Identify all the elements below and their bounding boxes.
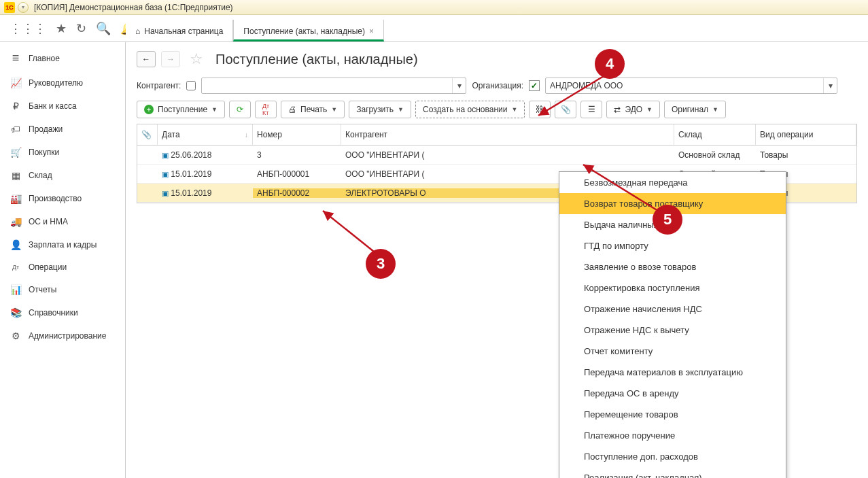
table-row[interactable]: ▣ 25.06.2018 3 ООО "ИНВЕНТАРИ ( Основной… <box>137 146 856 165</box>
debit-credit-icon: Дт <box>10 264 22 271</box>
cart-icon: 🛒 <box>10 147 22 158</box>
menu-item[interactable]: Передача ОС в аренду <box>559 383 786 404</box>
favorite-toggle[interactable]: ☆ <box>190 50 203 68</box>
tab-home-label: Начальная страница <box>144 27 223 36</box>
column-attachment[interactable]: 📎 <box>137 124 158 145</box>
sidebar-item-label: Администрирование <box>29 331 106 341</box>
list-button[interactable]: ☰ <box>580 101 602 118</box>
menu-item[interactable]: Перемещение товаров <box>559 404 786 425</box>
organization-label: Организация: <box>472 81 523 90</box>
favorite-icon[interactable]: ★ <box>56 21 67 36</box>
dtkt-icon: ДтКт <box>262 103 269 116</box>
organization-filter-checkbox[interactable]: ✓ <box>529 80 540 91</box>
sidebar-item-operations[interactable]: ДтОперации <box>0 256 125 278</box>
load-button[interactable]: Загрузить▼ <box>349 101 411 118</box>
document-icon: ▣ <box>162 170 169 178</box>
link-button[interactable]: ⛓ <box>529 101 551 118</box>
history-icon[interactable]: ↻ <box>76 21 86 36</box>
sidebar-item-hr[interactable]: 👤Зарплата и кадры <box>0 233 125 256</box>
tag-icon: 🏷 <box>10 124 22 135</box>
tab-home[interactable]: ⌂ Начальная страница <box>126 20 233 41</box>
grid-icon: ▦ <box>10 170 22 181</box>
refresh-icon: ⟳ <box>237 105 243 114</box>
sidebar-item-label: Продажи <box>29 124 63 134</box>
original-button[interactable]: Оригинал▼ <box>664 101 726 118</box>
tab-close-icon[interactable]: × <box>369 27 374 36</box>
receipt-label: Поступление <box>158 105 207 114</box>
menu-item[interactable]: Реализация (акт, накладная) <box>559 467 786 478</box>
search-icon[interactable]: 🔍 <box>96 21 111 36</box>
attach-button[interactable]: 📎 <box>555 101 576 118</box>
counterparty-combo[interactable]: ▾ <box>201 78 466 94</box>
edo-icon: ⇄ <box>614 105 621 114</box>
sidebar-item-label: Производство <box>29 194 82 203</box>
annotation-3: 3 <box>366 249 396 279</box>
menu-item[interactable]: Платежное поручение <box>559 425 786 446</box>
sidebar-item-reports[interactable]: 📊Отчеты <box>0 278 125 301</box>
annotation-4: 4 <box>595 49 625 79</box>
edo-label: ЭДО <box>625 105 642 114</box>
menu-item[interactable]: Безвозмездная передача <box>559 172 786 193</box>
menu-item[interactable]: Отражение начисления НДС <box>559 298 786 320</box>
create-based-label: Создать на основании <box>423 105 508 114</box>
list-icon: ☰ <box>588 105 595 114</box>
print-label: Печать <box>300 105 327 114</box>
nav-forward-button[interactable]: → <box>161 51 180 67</box>
sidebar-item-bank[interactable]: ₽Банк и касса <box>0 95 125 118</box>
sidebar-item-label: Справочники <box>29 308 78 318</box>
sidebar-item-label: Отчеты <box>29 285 56 294</box>
menu-icon: ≡ <box>10 51 22 65</box>
column-operation[interactable]: Вид операции <box>756 124 856 145</box>
title-bar: 1C ▾ [КОПИЯ] Демонстрационная база (1С:П… <box>0 0 868 15</box>
tab-receipts[interactable]: Поступление (акты, накладные) × <box>233 20 384 41</box>
page-title: Поступление (акты, накладные) <box>215 52 418 67</box>
menu-item[interactable]: Отражение НДС к вычету <box>559 320 786 341</box>
document-icon: ▣ <box>162 151 169 159</box>
chevron-down-icon[interactable]: ▾ <box>823 78 837 93</box>
organization-value: АНДРОМЕДА ООО <box>546 81 823 90</box>
sidebar-item-admin[interactable]: ⚙Администрирование <box>0 324 125 347</box>
annotation-5: 5 <box>653 205 682 235</box>
person-icon: 👤 <box>10 239 22 250</box>
column-warehouse[interactable]: Склад <box>674 124 756 145</box>
column-date[interactable]: Дата↓ <box>158 124 253 145</box>
sidebar-item-production[interactable]: 🏭Производство <box>0 187 125 210</box>
menu-item[interactable]: ГТД по импорту <box>559 235 786 256</box>
create-based-on-button[interactable]: Создать на основании▼ <box>415 101 525 118</box>
menu-item[interactable]: Поступление доп. расходов <box>559 446 786 467</box>
sidebar-item-manager[interactable]: 📈Руководителю <box>0 71 125 95</box>
menu-item[interactable]: Корректировка поступления <box>559 277 786 298</box>
link-icon: ⛓ <box>536 105 544 114</box>
sidebar-item-main[interactable]: ≡Главное <box>0 45 125 71</box>
printer-icon: 🖨 <box>288 105 296 114</box>
sidebar-item-purchases[interactable]: 🛒Покупки <box>0 141 125 164</box>
nav-back-button[interactable]: ← <box>137 51 156 67</box>
sidebar-item-warehouse[interactable]: ▦Склад <box>0 164 125 187</box>
menu-item[interactable]: Отчет комитенту <box>559 341 786 362</box>
apps-icon[interactable]: ⋮⋮⋮ <box>10 21 46 36</box>
gear-icon: ⚙ <box>10 330 22 341</box>
dtkt-button[interactable]: ДтКт <box>255 101 277 118</box>
home-icon: ⌂ <box>135 27 140 36</box>
counterparty-filter-checkbox[interactable] <box>186 81 196 90</box>
app-menu-dropdown[interactable]: ▾ <box>18 2 29 13</box>
organization-combo[interactable]: АНДРОМЕДА ООО▾ <box>545 78 837 94</box>
plus-icon: + <box>144 105 154 114</box>
print-button[interactable]: 🖨Печать▼ <box>281 101 345 118</box>
menu-item[interactable]: Заявление о ввозе товаров <box>559 256 786 277</box>
column-number[interactable]: Номер <box>253 124 341 145</box>
window-title: [КОПИЯ] Демонстрационная база (1С:Предпр… <box>34 3 233 12</box>
chart-icon: 📈 <box>10 78 22 88</box>
tab-receipts-label: Поступление (акты, накладные) <box>243 27 365 36</box>
load-label: Загрузить <box>356 105 394 114</box>
sidebar-item-catalogs[interactable]: 📚Справочники <box>0 301 125 324</box>
refresh-button[interactable]: ⟳ <box>229 101 251 118</box>
counterparty-label: Контрагент: <box>137 81 181 90</box>
edo-button[interactable]: ⇄ЭДО▼ <box>606 101 660 118</box>
sidebar-item-assets[interactable]: 🚚ОС и НМА <box>0 210 125 233</box>
sidebar-item-sales[interactable]: 🏷Продажи <box>0 118 125 141</box>
chevron-down-icon[interactable]: ▾ <box>452 78 466 93</box>
receipt-button[interactable]: +Поступление▼ <box>137 101 225 118</box>
menu-item[interactable]: Передача материалов в эксплуатацию <box>559 362 786 383</box>
column-counterparty[interactable]: Контрагент <box>341 124 674 145</box>
